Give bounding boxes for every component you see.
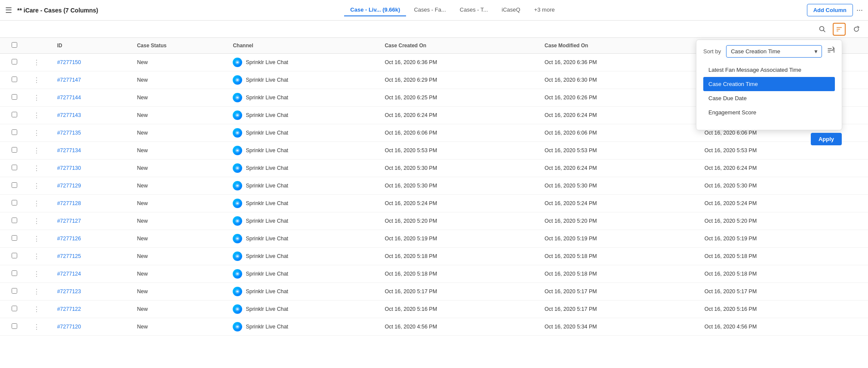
- row-checkbox[interactable]: [12, 182, 17, 188]
- row-actions-button[interactable]: ⋮: [33, 218, 40, 225]
- tab-tab2[interactable]: Cases - Fa...: [408, 4, 452, 16]
- row-latest-fan: Oct 16, 2020 6:24 PM: [700, 159, 868, 177]
- channel-icon: [233, 199, 242, 208]
- row-actions-button[interactable]: ⋮: [33, 165, 40, 172]
- menu-icon[interactable]: ☰: [5, 6, 12, 15]
- channel-label: Sprinklr Live Chat: [246, 271, 288, 277]
- row-actions-button[interactable]: ⋮: [33, 200, 40, 207]
- more-options-icon[interactable]: ···: [856, 6, 863, 15]
- header-id: ID: [53, 38, 133, 54]
- row-checkbox[interactable]: [12, 77, 17, 82]
- row-created-on: Oct 16, 2020 5:24 PM: [380, 195, 540, 212]
- top-actions: Add Column ···: [807, 4, 863, 16]
- row-actions-button[interactable]: ⋮: [33, 129, 40, 137]
- row-channel: Sprinklr Live Chat: [228, 283, 380, 301]
- row-checkbox[interactable]: [12, 59, 17, 64]
- channel-icon: [233, 110, 242, 120]
- row-created-on: Oct 16, 2020 5:30 PM: [380, 177, 540, 195]
- row-checkbox[interactable]: [12, 147, 17, 153]
- row-actions-button[interactable]: ⋮: [33, 270, 40, 278]
- tab-tab5[interactable]: +3 more: [528, 4, 561, 16]
- row-actions-button[interactable]: ⋮: [33, 112, 40, 119]
- row-modified-on: Oct 16, 2020 5:18 PM: [540, 265, 700, 283]
- channel-label: Sprinklr Live Chat: [246, 165, 288, 171]
- sort-order-icon[interactable]: [827, 46, 835, 56]
- channel-icon: [233, 216, 242, 226]
- row-checkbox[interactable]: [12, 270, 17, 276]
- row-channel: Sprinklr Live Chat: [228, 195, 380, 212]
- row-id: #7277144: [53, 89, 133, 107]
- channel-label: Sprinklr Live Chat: [246, 218, 288, 224]
- row-id: #7277125: [53, 248, 133, 265]
- row-latest-fan: Oct 16, 2020 5:19 PM: [700, 230, 868, 248]
- row-latest-fan: Oct 16, 2020 5:20 PM: [700, 212, 868, 230]
- row-checkbox[interactable]: [12, 288, 17, 294]
- row-latest-fan: Oct 16, 2020 5:53 PM: [700, 142, 868, 159]
- row-id: #7277126: [53, 230, 133, 248]
- row-actions-button[interactable]: ⋮: [33, 288, 40, 295]
- tab-tab1[interactable]: Case - Liv... (9.66k): [344, 4, 406, 16]
- table-row: ⋮#7277130NewSprinklr Live ChatOct 16, 20…: [0, 159, 868, 177]
- row-actions-button[interactable]: ⋮: [33, 306, 40, 313]
- tab-tab4[interactable]: iCaseQ: [496, 4, 526, 16]
- sort-option-opt2[interactable]: Case Creation Time: [703, 77, 835, 91]
- header-checkbox: [0, 38, 29, 54]
- toolbar-row: Sort by Latest Fan Message Associated Ti…: [0, 21, 868, 38]
- refresh-icon[interactable]: [850, 23, 863, 36]
- table-row: ⋮#7277127NewSprinklr Live ChatOct 16, 20…: [0, 212, 868, 230]
- apply-button[interactable]: Apply: [811, 133, 842, 145]
- row-channel: Sprinklr Live Chat: [228, 265, 380, 283]
- row-modified-on: Oct 16, 2020 6:24 PM: [540, 159, 700, 177]
- row-checkbox[interactable]: [12, 94, 17, 100]
- row-checkbox[interactable]: [12, 112, 17, 117]
- table-row: ⋮#7277129NewSprinklr Live ChatOct 16, 20…: [0, 177, 868, 195]
- row-modified-on: Oct 16, 2020 6:24 PM: [540, 107, 700, 124]
- channel-label: Sprinklr Live Chat: [246, 324, 288, 330]
- row-status: New: [132, 318, 228, 336]
- row-actions-button[interactable]: ⋮: [33, 323, 40, 331]
- channel-label: Sprinklr Live Chat: [246, 147, 288, 153]
- row-actions-button[interactable]: ⋮: [33, 253, 40, 260]
- row-latest-fan: Oct 16, 2020 5:30 PM: [700, 177, 868, 195]
- row-actions-button[interactable]: ⋮: [33, 94, 40, 101]
- row-id: #7277122: [53, 301, 133, 318]
- channel-icon: [233, 234, 242, 243]
- table-row: ⋮#7277120NewSprinklr Live ChatOct 16, 20…: [0, 318, 868, 336]
- row-checkbox[interactable]: [12, 165, 17, 170]
- row-checkbox[interactable]: [12, 129, 17, 135]
- sort-option-opt4[interactable]: Engagement Score: [703, 105, 835, 120]
- row-channel: Sprinklr Live Chat: [228, 212, 380, 230]
- channel-label: Sprinklr Live Chat: [246, 77, 288, 83]
- channel-icon: [233, 322, 242, 331]
- sort-option-opt1[interactable]: Latest Fan Message Associated Time: [703, 63, 835, 77]
- table-row: ⋮#7277124NewSprinklr Live ChatOct 16, 20…: [0, 265, 868, 283]
- row-actions-button[interactable]: ⋮: [33, 59, 40, 66]
- row-actions-button[interactable]: ⋮: [33, 77, 40, 84]
- channel-icon: [233, 58, 242, 67]
- row-actions-button[interactable]: ⋮: [33, 182, 40, 190]
- search-icon[interactable]: [816, 23, 828, 36]
- row-channel: Sprinklr Live Chat: [228, 71, 380, 89]
- row-checkbox[interactable]: [12, 253, 17, 258]
- row-actions-button[interactable]: ⋮: [33, 147, 40, 154]
- add-column-button[interactable]: Add Column: [807, 4, 853, 16]
- row-id: #7277130: [53, 159, 133, 177]
- row-latest-fan: Oct 16, 2020 5:17 PM: [700, 283, 868, 301]
- row-checkbox[interactable]: [12, 235, 17, 241]
- channel-icon: [233, 93, 242, 102]
- row-modified-on: Oct 16, 2020 5:20 PM: [540, 212, 700, 230]
- channel-icon: [233, 163, 242, 173]
- row-checkbox[interactable]: [12, 306, 17, 311]
- select-all-checkbox[interactable]: [12, 42, 17, 48]
- row-modified-on: Oct 16, 2020 5:18 PM: [540, 248, 700, 265]
- row-checkbox[interactable]: [12, 200, 17, 205]
- row-status: New: [132, 142, 228, 159]
- tab-tab3[interactable]: Cases - T...: [454, 4, 494, 16]
- row-checkbox[interactable]: [12, 218, 17, 223]
- sort-icon[interactable]: [833, 23, 846, 36]
- row-actions-button[interactable]: ⋮: [33, 235, 40, 242]
- sort-select[interactable]: Latest Fan Message Associated TimeCase C…: [726, 45, 822, 58]
- row-checkbox[interactable]: [12, 323, 17, 329]
- sort-option-opt3[interactable]: Case Due Date: [703, 91, 835, 105]
- row-channel: Sprinklr Live Chat: [228, 124, 380, 142]
